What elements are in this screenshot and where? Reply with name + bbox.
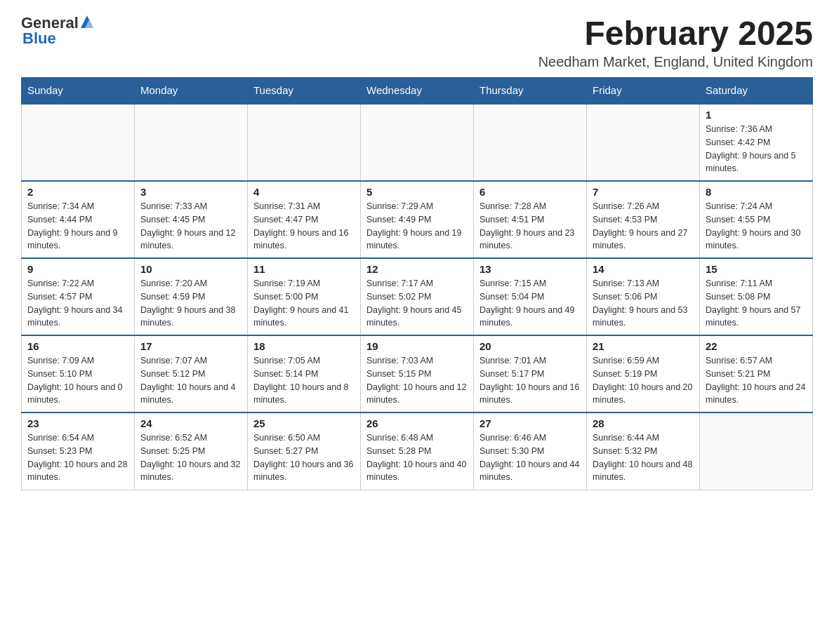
day-info: Sunrise: 7:01 AM Sunset: 5:17 PM Dayligh… — [479, 354, 581, 407]
day-number: 23 — [27, 417, 128, 429]
day-info: Sunrise: 6:57 AM Sunset: 5:21 PM Dayligh… — [706, 354, 807, 407]
day-number: 17 — [140, 340, 241, 352]
calendar-cell: 6Sunrise: 7:28 AM Sunset: 4:51 PM Daylig… — [474, 181, 587, 258]
day-number: 18 — [253, 340, 355, 352]
day-info: Sunrise: 7:09 AM Sunset: 5:10 PM Dayligh… — [27, 354, 128, 407]
day-number: 8 — [706, 186, 807, 198]
location-title: Needham Market, England, United Kingdom — [538, 54, 813, 70]
day-number: 22 — [706, 340, 807, 352]
day-info: Sunrise: 6:59 AM Sunset: 5:19 PM Dayligh… — [593, 354, 694, 407]
day-number: 14 — [593, 263, 694, 275]
calendar-cell: 19Sunrise: 7:03 AM Sunset: 5:15 PM Dayli… — [361, 335, 474, 412]
calendar-cell: 5Sunrise: 7:29 AM Sunset: 4:49 PM Daylig… — [361, 181, 474, 258]
calendar-cell: 11Sunrise: 7:19 AM Sunset: 5:00 PM Dayli… — [248, 258, 361, 335]
calendar-cell: 24Sunrise: 6:52 AM Sunset: 5:25 PM Dayli… — [135, 412, 248, 490]
day-number: 11 — [253, 263, 355, 275]
calendar-week-row: 2Sunrise: 7:34 AM Sunset: 4:44 PM Daylig… — [22, 181, 813, 258]
calendar-cell — [135, 104, 248, 181]
calendar-cell: 16Sunrise: 7:09 AM Sunset: 5:10 PM Dayli… — [22, 335, 135, 412]
day-number: 3 — [140, 186, 241, 198]
day-info: Sunrise: 7:36 AM Sunset: 4:42 PM Dayligh… — [706, 123, 807, 175]
day-info: Sunrise: 7:33 AM Sunset: 4:45 PM Dayligh… — [140, 200, 241, 253]
calendar-cell: 27Sunrise: 6:46 AM Sunset: 5:30 PM Dayli… — [474, 412, 587, 490]
logo-icon — [79, 17, 95, 29]
day-info: Sunrise: 6:52 AM Sunset: 5:25 PM Dayligh… — [140, 431, 241, 484]
logo-blue-text: Blue — [22, 29, 56, 47]
day-info: Sunrise: 6:48 AM Sunset: 5:28 PM Dayligh… — [366, 431, 468, 484]
day-number: 6 — [479, 186, 581, 198]
day-number: 5 — [366, 186, 468, 198]
page-header: General Blue February 2025 Needham Marke… — [21, 14, 813, 70]
day-info: Sunrise: 7:28 AM Sunset: 4:51 PM Dayligh… — [479, 200, 581, 253]
calendar-cell: 25Sunrise: 6:50 AM Sunset: 5:27 PM Dayli… — [248, 412, 361, 490]
day-info: Sunrise: 6:44 AM Sunset: 5:32 PM Dayligh… — [593, 431, 694, 484]
day-info: Sunrise: 7:20 AM Sunset: 4:59 PM Dayligh… — [140, 277, 241, 330]
day-info: Sunrise: 7:29 AM Sunset: 4:49 PM Dayligh… — [366, 200, 468, 253]
day-number: 21 — [593, 340, 694, 352]
day-number: 7 — [593, 186, 694, 198]
calendar-cell: 9Sunrise: 7:22 AM Sunset: 4:57 PM Daylig… — [22, 258, 135, 335]
calendar-header-sunday: Sunday — [22, 77, 135, 104]
calendar-cell: 15Sunrise: 7:11 AM Sunset: 5:08 PM Dayli… — [700, 258, 813, 335]
calendar-cell: 28Sunrise: 6:44 AM Sunset: 5:32 PM Dayli… — [587, 412, 700, 490]
day-number: 24 — [140, 417, 241, 429]
calendar-header-monday: Monday — [135, 77, 248, 104]
day-info: Sunrise: 7:05 AM Sunset: 5:14 PM Dayligh… — [253, 354, 355, 407]
calendar-week-row: 16Sunrise: 7:09 AM Sunset: 5:10 PM Dayli… — [22, 335, 813, 412]
calendar-cell: 23Sunrise: 6:54 AM Sunset: 5:23 PM Dayli… — [22, 412, 135, 490]
day-info: Sunrise: 6:46 AM Sunset: 5:30 PM Dayligh… — [479, 431, 581, 484]
calendar-cell: 26Sunrise: 6:48 AM Sunset: 5:28 PM Dayli… — [361, 412, 474, 490]
day-info: Sunrise: 7:11 AM Sunset: 5:08 PM Dayligh… — [706, 277, 807, 330]
calendar-cell: 12Sunrise: 7:17 AM Sunset: 5:02 PM Dayli… — [361, 258, 474, 335]
calendar-header-saturday: Saturday — [700, 77, 813, 104]
calendar-cell: 4Sunrise: 7:31 AM Sunset: 4:47 PM Daylig… — [248, 181, 361, 258]
day-number: 26 — [366, 417, 468, 429]
calendar-header-friday: Friday — [587, 77, 700, 104]
month-title: February 2025 — [538, 14, 813, 53]
day-info: Sunrise: 7:19 AM Sunset: 5:00 PM Dayligh… — [253, 277, 355, 330]
day-number: 4 — [253, 186, 355, 198]
calendar-cell: 3Sunrise: 7:33 AM Sunset: 4:45 PM Daylig… — [135, 181, 248, 258]
day-info: Sunrise: 6:54 AM Sunset: 5:23 PM Dayligh… — [27, 431, 128, 484]
calendar-cell: 7Sunrise: 7:26 AM Sunset: 4:53 PM Daylig… — [587, 181, 700, 258]
calendar-cell: 1Sunrise: 7:36 AM Sunset: 4:42 PM Daylig… — [700, 104, 813, 181]
calendar-cell — [22, 104, 135, 181]
day-info: Sunrise: 7:22 AM Sunset: 4:57 PM Dayligh… — [27, 277, 128, 330]
calendar-cell: 10Sunrise: 7:20 AM Sunset: 4:59 PM Dayli… — [135, 258, 248, 335]
calendar-cell — [248, 104, 361, 181]
day-number: 27 — [479, 417, 581, 429]
day-info: Sunrise: 7:26 AM Sunset: 4:53 PM Dayligh… — [593, 200, 694, 253]
day-info: Sunrise: 7:13 AM Sunset: 5:06 PM Dayligh… — [593, 277, 694, 330]
calendar-cell — [700, 412, 813, 490]
day-number: 9 — [27, 263, 128, 275]
day-info: Sunrise: 7:07 AM Sunset: 5:12 PM Dayligh… — [140, 354, 241, 407]
day-number: 2 — [27, 186, 128, 198]
calendar-cell: 20Sunrise: 7:01 AM Sunset: 5:17 PM Dayli… — [474, 335, 587, 412]
day-info: Sunrise: 7:34 AM Sunset: 4:44 PM Dayligh… — [27, 200, 128, 253]
calendar-header-wednesday: Wednesday — [361, 77, 474, 104]
day-number: 13 — [479, 263, 581, 275]
calendar-table: SundayMondayTuesdayWednesdayThursdayFrid… — [21, 77, 813, 490]
calendar-week-row: 1Sunrise: 7:36 AM Sunset: 4:42 PM Daylig… — [22, 104, 813, 181]
calendar-week-row: 23Sunrise: 6:54 AM Sunset: 5:23 PM Dayli… — [22, 412, 813, 490]
logo: General Blue — [21, 14, 95, 48]
calendar-header-row: SundayMondayTuesdayWednesdayThursdayFrid… — [22, 77, 813, 104]
calendar-cell: 2Sunrise: 7:34 AM Sunset: 4:44 PM Daylig… — [22, 181, 135, 258]
calendar-cell: 14Sunrise: 7:13 AM Sunset: 5:06 PM Dayli… — [587, 258, 700, 335]
calendar-cell: 21Sunrise: 6:59 AM Sunset: 5:19 PM Dayli… — [587, 335, 700, 412]
day-number: 1 — [706, 109, 807, 121]
day-number: 28 — [593, 417, 694, 429]
calendar-cell — [361, 104, 474, 181]
title-block: February 2025 Needham Market, England, U… — [538, 14, 813, 70]
day-number: 15 — [706, 263, 807, 275]
calendar-cell: 22Sunrise: 6:57 AM Sunset: 5:21 PM Dayli… — [700, 335, 813, 412]
day-number: 16 — [27, 340, 128, 352]
calendar-week-row: 9Sunrise: 7:22 AM Sunset: 4:57 PM Daylig… — [22, 258, 813, 335]
day-info: Sunrise: 6:50 AM Sunset: 5:27 PM Dayligh… — [253, 431, 355, 484]
calendar-cell: 8Sunrise: 7:24 AM Sunset: 4:55 PM Daylig… — [700, 181, 813, 258]
calendar-header-tuesday: Tuesday — [248, 77, 361, 104]
day-info: Sunrise: 7:24 AM Sunset: 4:55 PM Dayligh… — [706, 200, 807, 253]
calendar-cell: 13Sunrise: 7:15 AM Sunset: 5:04 PM Dayli… — [474, 258, 587, 335]
calendar-cell: 18Sunrise: 7:05 AM Sunset: 5:14 PM Dayli… — [248, 335, 361, 412]
day-number: 20 — [479, 340, 581, 352]
